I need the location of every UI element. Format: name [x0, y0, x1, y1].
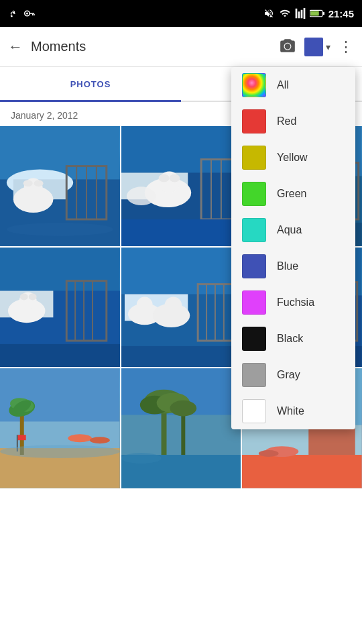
svg-rect-91 [18, 435, 26, 441]
photo-cell[interactable] [121, 126, 241, 246]
toolbar: ← Moments ▾ ⋮ [0, 27, 362, 67]
svg-rect-34 [121, 219, 241, 246]
color-swatch-red [242, 109, 266, 133]
color-label-green: Green [277, 188, 306, 200]
svg-rect-6 [34, 14, 35, 15]
color-option-green[interactable]: Green [231, 176, 355, 212]
color-swatch-gray [242, 363, 266, 387]
status-bar: 21:45 [0, 0, 362, 27]
color-label-aqua: Aqua [277, 224, 302, 236]
color-label-black: Black [277, 333, 303, 345]
svg-rect-107 [242, 455, 362, 488]
svg-point-102 [170, 400, 196, 417]
svg-point-0 [11, 12, 12, 13]
svg-rect-70 [121, 346, 241, 368]
more-button[interactable]: ⋮ [339, 38, 354, 56]
color-swatch-white [242, 399, 266, 423]
color-option-yellow[interactable]: Yellow [231, 140, 355, 176]
color-swatch-black [242, 327, 266, 351]
color-swatch [304, 38, 323, 56]
back-button[interactable]: ← [8, 38, 23, 56]
photo-cell[interactable] [121, 248, 241, 368]
color-label-yellow: Yellow [277, 152, 308, 164]
tab-photos[interactable]: PHOTOS [0, 67, 181, 101]
svg-point-113 [259, 450, 279, 457]
color-option-all[interactable]: All [231, 67, 355, 103]
svg-rect-9 [322, 12, 324, 15]
color-swatch-aqua [242, 218, 266, 242]
wifi-icon [279, 8, 291, 19]
svg-point-92 [68, 435, 92, 443]
photo-cell[interactable] [0, 248, 120, 368]
color-option-gray[interactable]: Gray [231, 357, 355, 393]
svg-point-30 [127, 186, 156, 205]
color-option-red[interactable]: Red [231, 103, 355, 140]
color-label-all: All [277, 79, 289, 91]
color-swatch-all [242, 73, 266, 97]
time-display: 21:45 [328, 8, 354, 19]
svg-point-22 [7, 223, 113, 236]
signal-icon [295, 8, 306, 19]
color-label-gray: Gray [277, 369, 300, 381]
chevron-down-icon: ▾ [326, 42, 330, 52]
color-swatch-yellow [242, 146, 266, 170]
svg-point-53 [29, 293, 37, 300]
svg-rect-58 [0, 344, 120, 368]
key-icon [24, 9, 36, 18]
toolbar-actions: ▾ ⋮ [279, 38, 354, 56]
svg-point-93 [90, 437, 110, 444]
svg-point-104 [121, 453, 162, 464]
status-right-icons: 21:45 [263, 8, 354, 19]
color-option-blue[interactable]: Blue [231, 248, 355, 284]
mute-icon [263, 8, 275, 19]
color-swatch-green [242, 182, 266, 206]
color-option-black[interactable]: Black [231, 321, 355, 357]
color-option-aqua[interactable]: Aqua [231, 212, 355, 248]
photo-cell[interactable] [0, 126, 120, 246]
svg-rect-4 [29, 13, 35, 14]
svg-point-29 [169, 174, 180, 182]
svg-rect-5 [32, 14, 34, 15]
svg-rect-1 [11, 15, 13, 17]
color-label-red: Red [277, 115, 296, 127]
camera-icon [279, 38, 296, 52]
svg-point-3 [26, 13, 28, 15]
svg-point-16 [23, 180, 33, 186]
color-swatch-fuchsia [242, 290, 266, 315]
svg-point-17 [34, 180, 44, 186]
color-label-white: White [277, 405, 304, 417]
svg-rect-8 [310, 11, 319, 15]
svg-point-52 [20, 293, 28, 300]
svg-point-63 [136, 297, 152, 313]
usb-icon [8, 8, 19, 19]
svg-point-94 [0, 445, 120, 458]
camera-button[interactable] [279, 38, 296, 56]
color-label-blue: Blue [277, 260, 298, 272]
page-title: Moments [31, 39, 279, 54]
color-filter-button[interactable]: ▾ [304, 38, 330, 56]
svg-point-65 [164, 297, 182, 314]
photo-cell[interactable] [0, 368, 120, 488]
battery-icon [310, 9, 324, 18]
color-swatch-blue [242, 254, 266, 278]
color-label-fuchsia: Fuchsia [277, 297, 314, 309]
color-option-fuchsia[interactable]: Fuchsia [231, 284, 355, 321]
svg-point-28 [158, 174, 169, 182]
status-left-icons [8, 8, 36, 19]
color-dropdown: All Red Yellow Green Aqua Blue Fuchsia B… [231, 67, 355, 429]
photo-cell[interactable] [121, 368, 241, 488]
color-option-white[interactable]: White [231, 393, 355, 429]
